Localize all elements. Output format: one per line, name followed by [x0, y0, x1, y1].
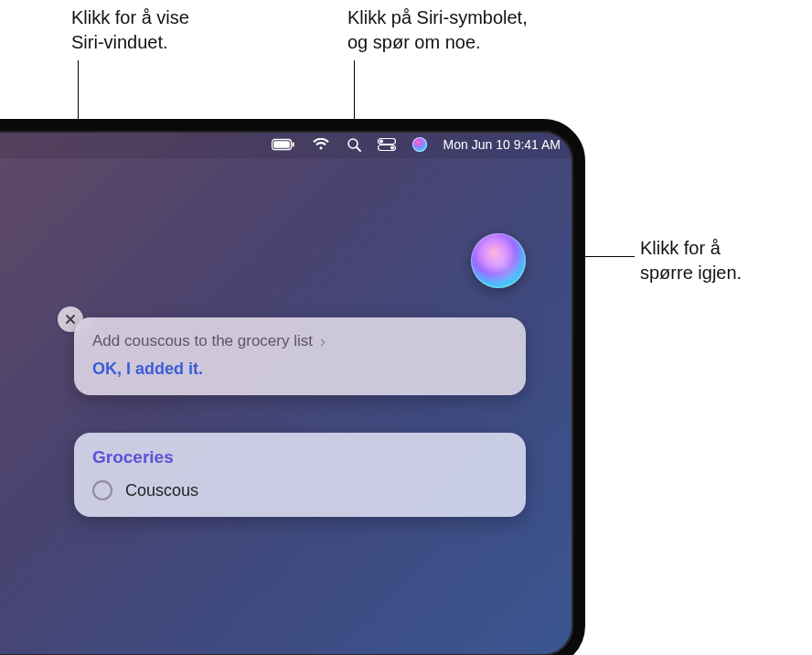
callout-line-2: og spør om noe.: [347, 30, 528, 55]
callout-line-2: Siri-vinduet.: [71, 30, 189, 55]
device-frame: Mon Jun 10 9:41 AM Add couscous to the g…: [0, 119, 585, 655]
siri-ask-again-orb[interactable]: [471, 233, 526, 288]
svg-point-8: [390, 146, 394, 150]
siri-request-text: Add couscous to the grocery list: [92, 332, 313, 350]
siri-request-row[interactable]: Add couscous to the grocery list ›: [92, 332, 508, 350]
svg-point-6: [379, 140, 383, 144]
radio-unchecked-icon[interactable]: [92, 480, 112, 500]
siri-response-text: OK, I added it.: [92, 360, 508, 379]
control-center-icon[interactable]: [378, 138, 396, 151]
callout-line-1: Klikk på Siri-symbolet,: [347, 5, 528, 30]
menubar-datetime[interactable]: Mon Jun 10 9:41 AM: [443, 137, 561, 152]
svg-rect-1: [273, 141, 290, 148]
siri-response-card: Add couscous to the grocery list › OK, I…: [74, 317, 526, 395]
callout-click-siri-icon: Klikk på Siri-symbolet, og spør om noe.: [347, 5, 528, 55]
callout-line-2: spørre igjen.: [640, 261, 742, 285]
close-icon: [65, 312, 76, 328]
callout-line-1: Klikk for å vise: [71, 5, 189, 30]
svg-rect-2: [292, 143, 294, 147]
list-item[interactable]: Couscous: [92, 480, 508, 500]
callout-line-1: Klikk for å: [640, 236, 742, 261]
wifi-icon[interactable]: [312, 138, 330, 151]
siri-menubar-icon[interactable]: [412, 137, 427, 152]
chevron-right-icon: ›: [320, 333, 326, 349]
siri-list-card: Groceries Couscous: [74, 433, 526, 517]
callout-show-siri-window: Klikk for å vise Siri-vinduet.: [71, 5, 189, 55]
spotlight-icon[interactable]: [347, 137, 361, 152]
svg-line-4: [357, 147, 360, 151]
desktop: Add couscous to the grocery list › OK, I…: [0, 158, 573, 655]
callout-ask-again: Klikk for å spørre igjen.: [640, 236, 742, 285]
list-item-label: Couscous: [125, 481, 198, 500]
list-title: Groceries: [92, 447, 508, 467]
battery-icon[interactable]: [272, 138, 295, 151]
menubar: Mon Jun 10 9:41 AM: [0, 131, 573, 158]
